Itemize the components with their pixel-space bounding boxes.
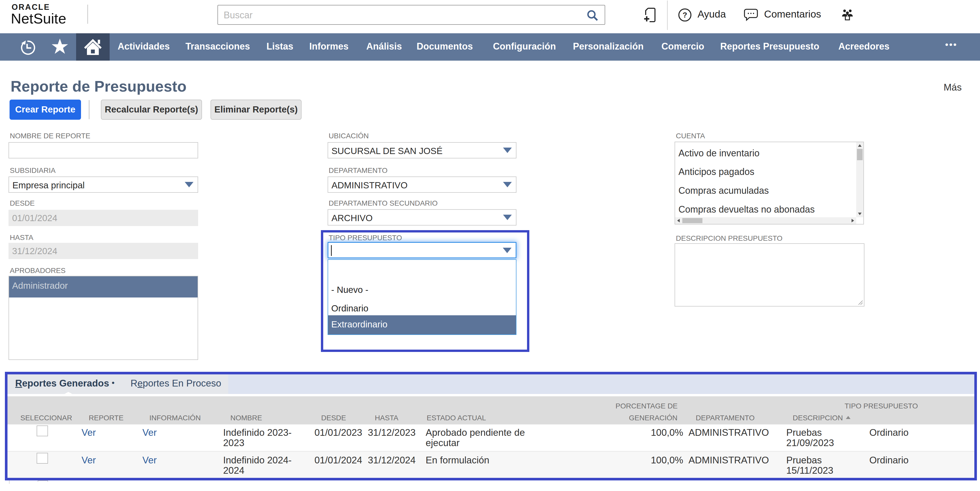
svg-text:?: ? (682, 11, 687, 19)
